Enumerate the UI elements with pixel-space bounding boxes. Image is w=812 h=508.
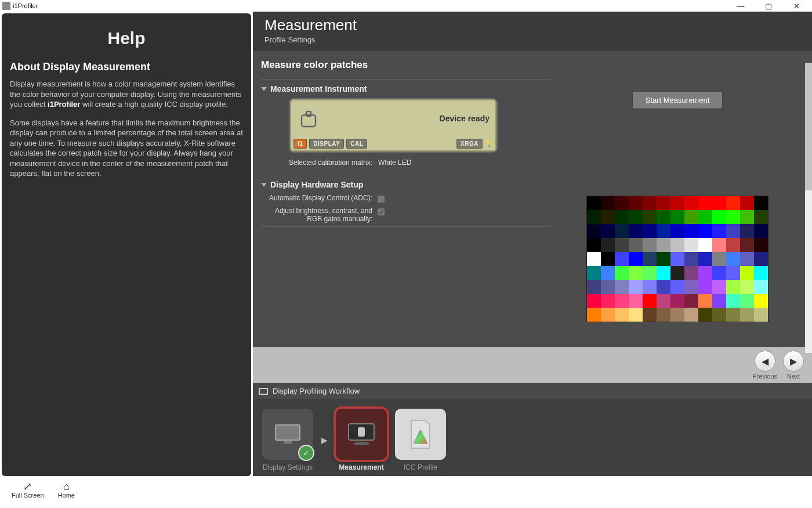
color-patch	[657, 280, 670, 294]
color-patch	[615, 266, 629, 280]
color-patch	[726, 210, 740, 224]
help-title: Help	[10, 28, 243, 48]
svg-rect-1	[306, 111, 311, 116]
color-patch	[587, 252, 601, 266]
color-patch	[740, 308, 754, 322]
color-patch	[684, 266, 698, 280]
badge-display: DISPLAY	[309, 139, 344, 149]
maximize-button[interactable]: ▢	[760, 1, 777, 11]
manual-adjust-checkbox[interactable]	[377, 208, 385, 216]
previous-button[interactable]: ◀	[755, 351, 775, 372]
color-patch	[629, 308, 643, 322]
color-patch	[754, 238, 768, 252]
color-patch	[587, 210, 601, 224]
next-label: Next	[787, 373, 800, 380]
color-patch	[754, 252, 768, 266]
help-paragraph-1: Display measurement is how a color manag…	[10, 79, 243, 110]
color-patch	[684, 308, 698, 322]
color-patch	[698, 280, 712, 294]
color-patch	[712, 238, 726, 252]
color-patch	[726, 224, 740, 238]
color-patch	[684, 280, 698, 294]
settings-column: Measure color patches Measurement Instru…	[261, 59, 551, 347]
color-patch	[670, 266, 684, 280]
scrollbar-thumb[interactable]	[805, 63, 812, 190]
color-patch	[726, 308, 740, 322]
color-patch	[712, 210, 726, 224]
color-patch-grid	[586, 196, 768, 322]
hardware-header-label: Display Hardware Setup	[270, 180, 363, 189]
color-patch	[615, 280, 629, 294]
color-patch	[712, 280, 726, 294]
step-display-settings[interactable]: Display Settings	[262, 409, 313, 471]
adc-checkbox[interactable]	[377, 195, 385, 203]
color-patch	[643, 238, 657, 252]
step-measurement-label: Measurement	[339, 463, 383, 471]
color-patch	[698, 308, 712, 322]
fullscreen-button[interactable]: ⤢ Full Screen	[12, 481, 44, 499]
color-patch	[712, 252, 726, 266]
minimize-button[interactable]: —	[732, 1, 749, 11]
color-patch	[615, 196, 629, 210]
step-icc-profile[interactable]: ICC Profile	[395, 409, 446, 471]
main-header: Measurement Profile Settings	[253, 12, 812, 51]
instrument-section-toggle[interactable]: Measurement Instrument	[261, 84, 551, 93]
color-patch	[629, 210, 643, 224]
color-patch	[657, 266, 670, 280]
next-button[interactable]: ▶	[783, 351, 804, 372]
color-patch	[754, 266, 768, 280]
color-patch	[754, 294, 768, 308]
step-display-settings-label: Display Settings	[263, 463, 313, 471]
color-patch	[601, 238, 615, 252]
color-patch	[698, 210, 712, 224]
fullscreen-label: Full Screen	[12, 492, 44, 499]
color-patch	[657, 210, 670, 224]
color-patch	[643, 308, 657, 322]
color-patch	[712, 196, 726, 210]
color-patch	[684, 196, 698, 210]
fullscreen-icon: ⤢	[23, 481, 32, 492]
color-patch	[754, 224, 768, 238]
color-patch	[601, 294, 615, 308]
color-patch	[754, 196, 768, 210]
instrument-icon	[297, 107, 320, 130]
color-patch	[643, 252, 657, 266]
color-patch	[726, 252, 740, 266]
color-patch	[754, 210, 768, 224]
color-patch	[698, 196, 712, 210]
section-title: Measure color patches	[261, 59, 551, 71]
color-patch	[726, 238, 740, 252]
color-patch	[643, 294, 657, 308]
color-patch	[615, 252, 629, 266]
color-patch	[698, 266, 712, 280]
scrollbar-vertical[interactable]: ▴	[805, 63, 812, 353]
step-icc-profile-label: ICC Profile	[404, 463, 437, 471]
color-patch	[726, 294, 740, 308]
svg-rect-5	[358, 427, 365, 437]
close-button[interactable]: ✕	[788, 1, 805, 11]
nav-bar: ◀ Previous ▶ Next	[253, 347, 812, 383]
color-patch	[643, 210, 657, 224]
start-measurement-button[interactable]: Start Measurement	[633, 92, 723, 109]
chevron-down-icon	[261, 87, 267, 91]
color-patch	[712, 266, 726, 280]
color-patch	[601, 308, 615, 322]
divider	[261, 226, 551, 227]
step-measurement[interactable]: Measurement	[336, 409, 387, 471]
color-patch	[587, 308, 601, 322]
home-label: Home	[58, 492, 75, 499]
color-patch	[657, 224, 670, 238]
color-patch	[587, 196, 601, 210]
window-title: i1Profiler	[13, 2, 38, 9]
hardware-section-toggle[interactable]: Display Hardware Setup	[261, 180, 551, 189]
color-patch	[740, 238, 754, 252]
color-patch	[754, 280, 768, 294]
app-icon	[2, 2, 10, 10]
workflow-title: Display Profiling Workflow	[273, 387, 360, 395]
color-patch	[698, 238, 712, 252]
color-patch	[643, 224, 657, 238]
color-patch	[643, 196, 657, 210]
bulb-icon: 💡	[485, 140, 493, 147]
home-button[interactable]: ⌂ Home	[58, 481, 75, 499]
color-patch	[587, 294, 601, 308]
